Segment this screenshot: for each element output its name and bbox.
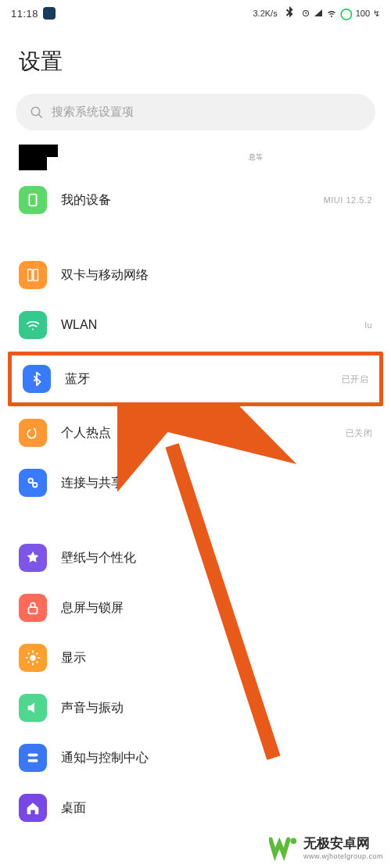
battery-ring-icon: ◯	[340, 7, 353, 20]
search-icon	[30, 105, 44, 120]
svg-rect-18	[28, 759, 38, 763]
sim-icon	[19, 261, 47, 289]
settings-item-hotspot[interactable]: 个人热点 已关闭	[3, 408, 388, 458]
page-header: 设置	[0, 25, 391, 86]
settings-item-my-device[interactable]: 我的设备 MIUI 12.5.2	[3, 175, 388, 225]
settings-item-wallpaper[interactable]: 壁纸与个性化	[3, 533, 388, 583]
settings-item-lockscreen[interactable]: 息屏与锁屏	[3, 583, 388, 633]
settings-item-share[interactable]: 连接与共享	[3, 458, 388, 508]
share-icon	[19, 469, 47, 497]
svg-rect-2	[29, 195, 36, 206]
account-badge: 息等	[249, 152, 263, 163]
item-trail: 已关闭	[346, 427, 373, 439]
watermark-logo-icon	[269, 832, 299, 862]
control-center-icon	[19, 744, 47, 772]
search-input[interactable]: 搜索系统设置项	[16, 94, 375, 130]
status-time: 11:18	[11, 8, 38, 20]
highlight-annotation: 蓝牙 已开启	[8, 352, 383, 406]
bluetooth-icon	[23, 365, 51, 393]
search-placeholder: 搜索系统设置项	[52, 105, 134, 120]
page-title: 设置	[19, 47, 372, 77]
item-label: 显示	[61, 650, 86, 666]
svg-line-13	[28, 653, 30, 655]
item-trail: 已开启	[342, 373, 369, 385]
svg-point-8	[30, 655, 35, 660]
watermark-text: 无极安卓网	[303, 834, 383, 852]
hotspot-icon	[19, 419, 47, 447]
svg-rect-4	[34, 270, 38, 281]
item-label: WLAN	[61, 318, 97, 332]
item-label: 蓝牙	[65, 371, 90, 388]
item-label: 息屏与锁屏	[61, 600, 124, 616]
status-app-icon	[43, 7, 56, 20]
settings-item-home[interactable]: 桌面	[3, 783, 388, 833]
svg-line-15	[37, 653, 38, 655]
device-icon	[19, 186, 47, 214]
svg-point-0	[31, 107, 40, 116]
wifi-icon	[19, 311, 47, 339]
status-right: 3.2K/s ◯ 100 ↯	[253, 5, 380, 22]
star-icon	[19, 544, 47, 572]
settings-item-sound[interactable]: 声音与振动	[3, 683, 388, 733]
brightness-icon	[19, 644, 47, 672]
status-net: 3.2K/s	[253, 9, 277, 18]
account-redacted	[19, 145, 58, 170]
watermark-url: www.wjhotelgroup.com	[303, 852, 383, 860]
item-label: 壁纸与个性化	[61, 550, 136, 566]
svg-line-16	[28, 662, 30, 663]
settings-item-display[interactable]: 显示	[3, 633, 388, 683]
settings-item-bluetooth[interactable]: 蓝牙 已开启	[12, 355, 379, 402]
svg-point-20	[291, 838, 297, 845]
item-label: 桌面	[61, 800, 86, 816]
home-icon	[19, 794, 47, 822]
item-trail: MIUI 12.5.2	[324, 195, 372, 205]
alarm-status-icon	[301, 9, 310, 18]
charging-icon: ↯	[373, 9, 380, 19]
wifi-status-icon	[326, 9, 337, 18]
item-label: 我的设备	[61, 192, 111, 209]
sound-icon	[19, 694, 47, 722]
item-trail: lu	[364, 320, 372, 330]
item-label: 个人热点	[61, 425, 111, 441]
item-label: 通知与控制中心	[61, 750, 149, 766]
svg-rect-3	[28, 270, 33, 281]
svg-line-14	[37, 662, 38, 663]
status-battery: 100	[356, 9, 370, 18]
svg-rect-17	[28, 754, 38, 757]
item-label: 声音与振动	[61, 700, 124, 716]
item-label: 连接与共享	[61, 475, 124, 491]
svg-line-1	[38, 114, 42, 118]
status-bar: 11:18 3.2K/s ◯ 100 ↯	[0, 0, 391, 25]
signal-status-icon	[314, 9, 323, 18]
settings-item-wlan[interactable]: WLAN lu	[3, 300, 388, 350]
account-row[interactable]: 息等	[0, 130, 391, 175]
bluetooth-status-icon	[281, 5, 298, 22]
watermark: 无极安卓网 www.wjhotelgroup.com	[269, 832, 383, 862]
item-label: 双卡与移动网络	[61, 267, 149, 284]
lock-icon	[19, 594, 47, 622]
svg-rect-7	[29, 607, 38, 613]
settings-item-sim[interactable]: 双卡与移动网络	[3, 250, 388, 300]
settings-item-notifications[interactable]: 通知与控制中心	[3, 733, 388, 783]
